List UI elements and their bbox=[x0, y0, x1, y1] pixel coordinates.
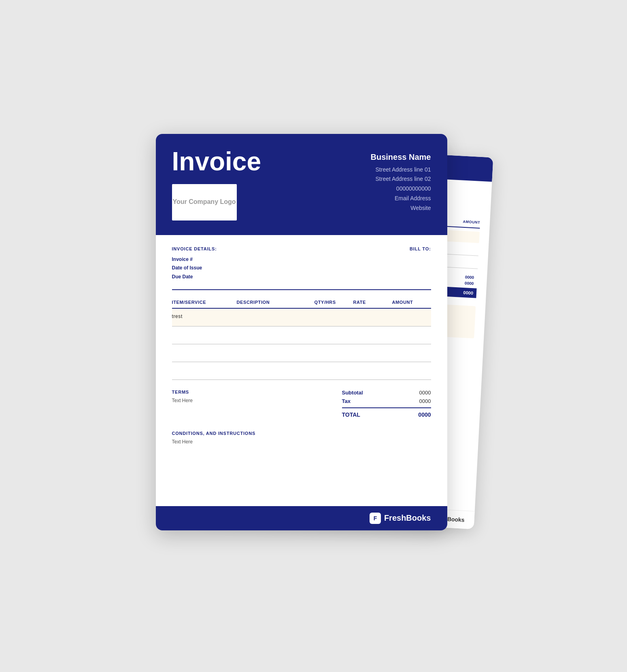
row1-amount bbox=[392, 314, 431, 321]
divider-1 bbox=[172, 289, 431, 290]
col-qty-header: QTY/HRS bbox=[315, 300, 353, 305]
row1-item: trest bbox=[172, 314, 237, 321]
front-header: Invoice Your Company Logo Business Name … bbox=[156, 134, 447, 235]
conditions-label: CONDITIONS, AND INSTRUCTIONS bbox=[172, 431, 431, 436]
row2-rate bbox=[353, 331, 392, 339]
freshbooks-logo: F FreshBooks bbox=[370, 513, 431, 524]
tax-label: Tax bbox=[342, 398, 351, 404]
items-table: ITEM/SERVICE DESCRIPTION QTY/HRS RATE AM… bbox=[172, 300, 431, 380]
conditions-text: Text Here bbox=[172, 439, 431, 445]
logo-text: Your Company Logo bbox=[172, 198, 236, 206]
row3-item bbox=[172, 349, 237, 357]
address-line1: Street Address line 01 bbox=[371, 165, 431, 175]
front-body: INVOICE DETAILS: Invoice # Date of Issue… bbox=[156, 235, 447, 466]
terms-text: Text Here bbox=[172, 398, 193, 403]
row2-qty bbox=[315, 331, 353, 339]
business-info: Street Address line 01 Street Address li… bbox=[371, 165, 431, 213]
address-line2: Street Address line 02 bbox=[371, 174, 431, 184]
row2-desc bbox=[237, 331, 315, 339]
scene: INVOICE DETAILS: Invoice # 0000 Date of … bbox=[156, 134, 472, 538]
logo-box: Your Company Logo bbox=[172, 184, 237, 220]
totals-section: Subtotal 0000 Tax 0000 TOTAL 0000 bbox=[342, 390, 431, 418]
row1-qty bbox=[315, 314, 353, 321]
row3-desc bbox=[237, 349, 315, 357]
invoice-details-label: INVOICE DETAILS: bbox=[172, 246, 217, 251]
conditions-section: CONDITIONS, AND INSTRUCTIONS Text Here bbox=[172, 431, 431, 445]
col-item-header: ITEM/SERVICE bbox=[172, 300, 237, 305]
website: Website bbox=[371, 204, 431, 213]
freshbooks-text: FreshBooks bbox=[384, 513, 431, 523]
tax-row: Tax 0000 bbox=[342, 398, 431, 404]
table-row-4 bbox=[172, 362, 431, 380]
table-row-3 bbox=[172, 344, 431, 362]
invoice-card-front: Invoice Your Company Logo Business Name … bbox=[156, 134, 447, 530]
back-tax-value: 0000 bbox=[464, 281, 474, 286]
back-amount-col: AMOUNT bbox=[463, 219, 480, 224]
business-name: Business Name bbox=[371, 153, 431, 162]
row4-rate bbox=[353, 367, 392, 375]
col-amount-header: AMOUNT bbox=[392, 300, 431, 305]
table-row-1: trest bbox=[172, 309, 431, 326]
phone: 00000000000 bbox=[371, 184, 431, 194]
row4-item bbox=[172, 367, 237, 375]
invoice-title: Invoice bbox=[172, 148, 261, 174]
table-header-row: ITEM/SERVICE DESCRIPTION QTY/HRS RATE AM… bbox=[172, 300, 431, 309]
header-left: Invoice Your Company Logo bbox=[172, 148, 261, 220]
subtotal-row: Subtotal 0000 bbox=[342, 390, 431, 396]
total-final-row: TOTAL 0000 bbox=[342, 411, 431, 418]
row2-amount bbox=[392, 331, 431, 339]
row3-rate bbox=[353, 349, 392, 357]
subtotal-label: Subtotal bbox=[342, 390, 363, 396]
details-section: INVOICE DETAILS: Invoice # Date of Issue… bbox=[172, 246, 431, 282]
table-row-2 bbox=[172, 326, 431, 344]
row4-desc bbox=[237, 367, 315, 375]
email: Email Address bbox=[371, 194, 431, 204]
total-value: 0000 bbox=[418, 411, 431, 418]
total-label: TOTAL bbox=[342, 411, 360, 418]
row1-desc bbox=[237, 314, 315, 321]
date-of-issue-label: Date of Issue bbox=[172, 264, 217, 273]
col-desc-header: DESCRIPTION bbox=[237, 300, 315, 305]
freshbooks-icon: F bbox=[370, 513, 381, 524]
tax-value: 0000 bbox=[419, 398, 431, 404]
row3-amount bbox=[392, 349, 431, 357]
subtotal-value: 0000 bbox=[419, 390, 431, 396]
back-subtotal-value: 0000 bbox=[465, 275, 474, 280]
terms-label: TERMS bbox=[172, 390, 193, 394]
row2-item bbox=[172, 331, 237, 339]
invoice-details-left: INVOICE DETAILS: Invoice # Date of Issue… bbox=[172, 246, 217, 282]
row1-rate bbox=[353, 314, 392, 321]
bill-to: BILL TO: bbox=[410, 246, 431, 282]
back-total-value: 0000 bbox=[463, 290, 473, 295]
header-right: Business Name Street Address line 01 Str… bbox=[371, 148, 431, 213]
col-rate-header: RATE bbox=[353, 300, 392, 305]
due-date-label: Due Date bbox=[172, 273, 217, 282]
bill-to-label: BILL TO: bbox=[410, 246, 431, 251]
invoice-number-label: Invoice # bbox=[172, 255, 217, 264]
row4-qty bbox=[315, 367, 353, 375]
bottom-section: TERMS Text Here Subtotal 0000 Tax 0000 T… bbox=[172, 390, 431, 418]
front-footer: F FreshBooks bbox=[156, 506, 447, 530]
terms-section: TERMS Text Here bbox=[172, 390, 193, 418]
total-divider bbox=[342, 407, 431, 408]
row3-qty bbox=[315, 349, 353, 357]
row4-amount bbox=[392, 367, 431, 375]
